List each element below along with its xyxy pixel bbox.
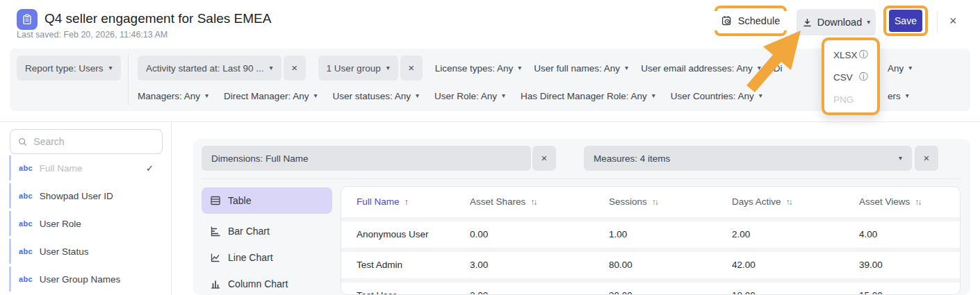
close-icon: [924, 152, 930, 165]
field-item-user-role[interactable]: abc User Role: [9, 211, 163, 236]
column-header-sessions[interactable]: Sessions: [609, 187, 658, 217]
save-button[interactable]: Save: [889, 10, 922, 32]
measures-remove-button[interactable]: [915, 146, 938, 171]
cell-asset-shares: 0.00: [470, 221, 488, 248]
chart-type-column[interactable]: Column Chart: [202, 271, 332, 295]
user-countries-filter[interactable]: User Countries: Any: [671, 91, 762, 101]
user-group-filter-group: 1 User group: [318, 56, 423, 81]
text-field-icon: abc: [19, 275, 33, 283]
measures-chip[interactable]: Measures: 4 items: [584, 146, 912, 171]
download-menu-item-csv[interactable]: CSV: [824, 66, 877, 88]
download-menu-item-png: PNG: [824, 88, 877, 110]
user-role-filter[interactable]: User Role: Any: [434, 91, 505, 101]
field-search: [10, 129, 163, 154]
report-type-label: Report type: Users: [25, 63, 104, 74]
text-field-icon: abc: [19, 219, 33, 228]
field-item-user-group-names[interactable]: abc User Group Names: [9, 267, 163, 292]
cell-asset-views: 39.00: [859, 252, 883, 278]
has-direct-manager-role-filter[interactable]: Has Direct Manager Role: Any: [521, 91, 655, 101]
download-menu-item-xlsx[interactable]: XLSX: [824, 44, 877, 66]
filter-partial-ers[interactable]: ers: [888, 87, 909, 104]
chevron-down-icon: [109, 65, 113, 71]
filter-row-2: Managers: Any Direct Manager: Any User s…: [138, 87, 762, 104]
report-type-chip[interactable]: Report type: Users: [17, 56, 121, 81]
user-full-names-filter[interactable]: User full names: Any: [534, 63, 628, 74]
managers-filter[interactable]: Managers: Any: [138, 91, 209, 101]
chevron-down-icon: [899, 155, 902, 162]
divisions-filter-partial[interactable]: Di: [774, 63, 783, 74]
info-icon[interactable]: [859, 49, 868, 61]
cell-sessions: 1.00: [609, 221, 627, 248]
license-types-filter[interactable]: License types: Any: [435, 63, 522, 74]
divisions-filter-value-partial[interactable]: Any: [888, 56, 912, 81]
column-header-days-active[interactable]: Days Active: [732, 187, 792, 217]
chevron-down-icon: [906, 92, 909, 99]
chevron-down-icon: [313, 92, 317, 99]
schedule-button[interactable]: Schedule: [714, 11, 787, 31]
sort-icon: [786, 196, 792, 207]
column-header-full-name[interactable]: Full Name: [357, 187, 409, 217]
chevron-down-icon: [205, 92, 209, 99]
field-item-user-status[interactable]: abc User Status: [9, 239, 163, 264]
chevron-down-icon: [416, 92, 419, 99]
activity-filter-chip[interactable]: Activity started at: Last 90 ...: [138, 56, 281, 81]
chevron-down-icon: [759, 92, 762, 99]
column-header-asset-shares[interactable]: Asset Shares: [470, 187, 536, 217]
table-header-row: Full Name Asset Shares Sessions Days Act…: [341, 187, 960, 217]
search-icon: [18, 137, 27, 147]
sidebar-divider: [171, 122, 172, 295]
activity-filter-label: Activity started at: Last 90 ...: [146, 63, 264, 74]
close-icon: [291, 62, 297, 74]
sort-icon: [915, 196, 920, 207]
dimensions-remove-button[interactable]: [532, 146, 556, 171]
table-row: Test User 2.00 30.00 18.00 15.00: [341, 283, 960, 295]
bar-chart-icon: [210, 226, 221, 237]
download-icon: [802, 17, 812, 28]
column-header-asset-views[interactable]: Asset Views: [859, 187, 920, 217]
info-icon[interactable]: [859, 71, 868, 83]
chevron-down-icon: [502, 92, 505, 99]
user-email-addresses-filter[interactable]: User email addresses: Any: [641, 63, 761, 74]
chevron-down-icon: [758, 65, 761, 71]
report-builder-page: Q4 seller engagement for Sales EMEA Last…: [0, 0, 980, 295]
chart-type-bar[interactable]: Bar Chart: [202, 218, 332, 244]
close-icon[interactable]: ×: [949, 15, 957, 27]
field-item-full-name[interactable]: abc Full Name: [9, 155, 163, 180]
cell-asset-views: 4.00: [859, 221, 877, 248]
table-row: Anonymous User 0.00 1.00 2.00 4.00: [341, 221, 960, 248]
activity-filter-remove-button[interactable]: [284, 56, 306, 81]
user-statuses-filter[interactable]: User statuses: Any: [332, 91, 419, 101]
chart-type-table[interactable]: Table: [202, 187, 332, 214]
clipboard-icon: [22, 14, 33, 25]
fields-sidebar: abc Full Name abc Showpad User ID abc Us…: [0, 122, 171, 295]
report-app-icon: [17, 9, 38, 30]
download-button-label: Download: [817, 17, 863, 28]
user-group-filter-chip[interactable]: 1 User group: [318, 56, 398, 81]
text-field-icon: abc: [19, 164, 33, 172]
user-group-filter-remove-button[interactable]: [400, 56, 423, 81]
chevron-down-icon: [270, 65, 273, 71]
search-input[interactable]: [33, 136, 154, 147]
cell-days-active: 42.00: [732, 252, 756, 278]
header-divider: [937, 12, 938, 33]
chevron-down-icon: [867, 19, 870, 26]
column-chart-icon: [210, 278, 221, 289]
chevron-down-icon: [625, 65, 628, 71]
builder-panel: Dimensions: Full Name Measures: 4 items …: [193, 139, 970, 295]
line-chart-icon: [210, 252, 221, 263]
cell-sessions: 80.00: [609, 252, 632, 278]
cell-asset-views: 15.00: [859, 283, 883, 295]
sort-icon: [652, 196, 658, 207]
cell-asset-shares: 3.00: [470, 252, 488, 278]
field-item-showpad-user-id[interactable]: abc Showpad User ID: [9, 183, 163, 208]
schedule-button-label: Schedule: [738, 15, 780, 26]
sort-icon: [530, 196, 536, 207]
calendar-clock-icon: [721, 15, 733, 26]
cell-full-name: Anonymous User: [357, 221, 429, 248]
save-highlight-annotation: Save: [883, 6, 928, 36]
dimensions-chip[interactable]: Dimensions: Full Name: [202, 146, 531, 171]
download-button[interactable]: Download: [797, 9, 876, 35]
activity-filter-group: Activity started at: Last 90 ...: [138, 56, 306, 81]
chart-type-line[interactable]: Line Chart: [202, 244, 332, 271]
direct-manager-filter[interactable]: Direct Manager: Any: [224, 91, 317, 101]
